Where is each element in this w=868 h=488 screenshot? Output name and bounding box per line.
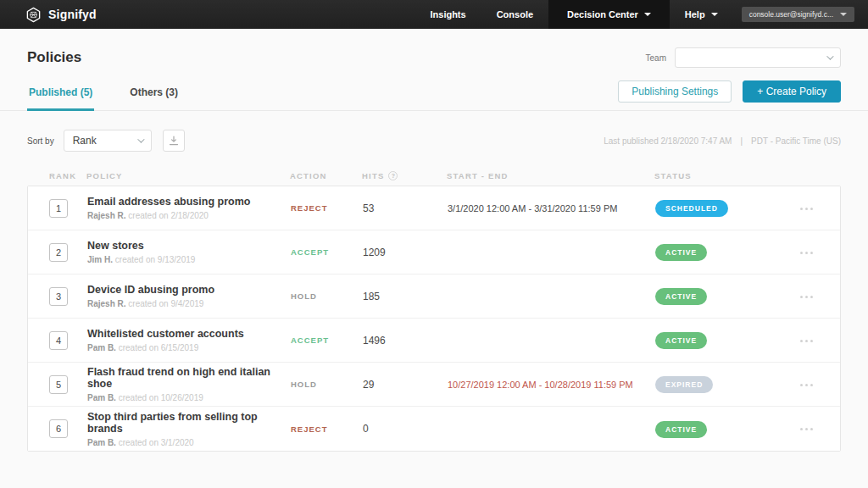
col-hits-label: HITS — [362, 171, 384, 180]
policy-cell: Email addresses abusing promo Rajesh R. … — [87, 196, 291, 220]
chevron-down-icon — [137, 136, 144, 142]
publish-info: Last published 2/18/2020 7:47 AM|PDT - P… — [604, 136, 841, 146]
last-published-text: Last published 2/18/2020 7:47 AM — [604, 136, 732, 146]
col-start-end: START - END — [447, 171, 654, 180]
policy-row[interactable]: 4 Whitelisted customer accounts Pam B. c… — [28, 319, 840, 363]
nav-help-label: Help — [685, 9, 705, 19]
policy-author: Rajesh R. — [87, 211, 126, 220]
policy-name: Whitelisted customer accounts — [87, 328, 291, 340]
nav-insights[interactable]: Insights — [415, 0, 481, 29]
policy-row[interactable]: 6 Stop third parties from selling top br… — [28, 407, 840, 451]
start-end-dates: 10/27/2019 12:00 AM - 10/28/2019 11:59 P… — [448, 380, 655, 390]
policy-row[interactable]: 5 Flash fraud trend on high end italian … — [28, 363, 840, 407]
nav-help[interactable]: Help — [670, 0, 733, 29]
sort-select[interactable]: Rank — [64, 130, 152, 152]
ellipsis-icon — [800, 252, 803, 254]
status-cell: ACTIVE — [655, 420, 782, 438]
download-button[interactable] — [163, 130, 185, 152]
chevron-down-icon — [644, 13, 651, 16]
nav-decision-center-label: Decision Center — [567, 9, 638, 19]
rank-box: 6 — [49, 419, 68, 438]
row-menu-button[interactable] — [782, 333, 840, 348]
action-label: ACCEPT — [291, 247, 363, 257]
policy-row[interactable]: 3 Device ID abusing promo Rajesh R. crea… — [28, 274, 840, 319]
brand[interactable]: Signifyd — [0, 0, 97, 29]
row-menu-button[interactable] — [782, 289, 840, 304]
status-badge: ACTIVE — [655, 288, 707, 305]
team-label: Team — [646, 53, 666, 63]
team-select[interactable] — [675, 47, 841, 68]
hits-value: 53 — [363, 202, 448, 214]
policy-row[interactable]: 1 Email addresses abusing promo Rajesh R… — [28, 186, 840, 230]
policy-author: Jim H. — [87, 255, 113, 264]
publishing-settings-button[interactable]: Publishing Settings — [618, 80, 732, 103]
rank-box: 2 — [49, 243, 68, 262]
status-badge: SCHEDULED — [655, 200, 728, 217]
rank-cell: 6 — [28, 419, 87, 438]
policy-created-date: created on 9/13/2019 — [115, 255, 196, 264]
policy-name: Device ID abusing promo — [87, 284, 291, 296]
col-hits: HITS ? — [362, 171, 447, 180]
table-header: RANK POLICY ACTION HITS ? START - END ST… — [27, 167, 841, 184]
status-badge: ACTIVE — [655, 244, 707, 261]
policy-row[interactable]: 2 New stores Jim H. created on 9/13/2019… — [28, 230, 840, 274]
rank-cell: 2 — [28, 243, 87, 262]
status-badge: ACTIVE — [655, 421, 707, 438]
page-title: Policies — [27, 49, 81, 66]
policy-cell: New stores Jim H. created on 9/13/2019 — [87, 240, 291, 264]
help-icon[interactable]: ? — [388, 171, 398, 180]
policy-meta: Jim H. created on 9/13/2019 — [87, 255, 291, 264]
action-label: REJECT — [291, 424, 363, 434]
ellipsis-icon — [800, 428, 803, 430]
policy-created-date: created on 10/26/2019 — [119, 393, 203, 402]
status-cell: ACTIVE — [655, 287, 782, 305]
col-action: ACTION — [290, 171, 362, 180]
hits-value: 0 — [363, 423, 448, 435]
chevron-down-icon — [711, 13, 718, 16]
nav-decision-center[interactable]: Decision Center — [548, 0, 670, 29]
policy-meta: Pam B. created on 6/15/2019 — [87, 343, 291, 352]
policy-author: Pam B. — [87, 438, 116, 447]
tab-others[interactable]: Others (3) — [128, 80, 180, 110]
policy-meta: Rajesh R. created on 9/4/2019 — [87, 299, 291, 308]
policy-created-date: created on 9/4/2019 — [128, 299, 203, 308]
rank-cell: 1 — [28, 199, 87, 218]
nav-console[interactable]: Console — [481, 0, 548, 29]
brand-name: Signifyd — [48, 8, 97, 21]
ellipsis-icon — [800, 296, 803, 298]
ellipsis-icon — [800, 208, 803, 210]
policy-meta: Rajesh R. created on 2/18/2020 — [87, 211, 291, 220]
rank-box: 5 — [49, 375, 68, 394]
row-menu-button[interactable] — [782, 245, 840, 260]
rank-box: 4 — [49, 331, 68, 350]
policy-name: Flash fraud trend on high end italian sh… — [87, 366, 291, 390]
policy-cell: Stop third parties from selling top bran… — [87, 411, 291, 447]
hits-value: 1209 — [363, 247, 448, 258]
policy-cell: Device ID abusing promo Rajesh R. create… — [87, 284, 291, 308]
policy-name: New stores — [87, 240, 291, 252]
status-cell: SCHEDULED — [655, 199, 782, 217]
row-menu-button[interactable] — [782, 421, 840, 436]
policy-author: Pam B. — [87, 393, 116, 402]
tab-published[interactable]: Published (5) — [27, 80, 94, 110]
create-policy-button[interactable]: + Create Policy — [743, 80, 841, 103]
row-menu-button[interactable] — [782, 201, 840, 216]
policy-created-date: created on 3/1/2020 — [119, 438, 194, 447]
action-label: ACCEPT — [291, 336, 363, 345]
user-menu[interactable]: console.user@signifyd.c... — [742, 7, 854, 22]
hits-value: 1496 — [363, 335, 448, 347]
row-menu-button[interactable] — [782, 377, 840, 392]
ellipsis-icon — [800, 340, 803, 342]
action-label: HOLD — [291, 291, 363, 301]
timezone-text: PDT - Pacific Time (US) — [751, 136, 841, 146]
policy-created-date: created on 2/18/2020 — [128, 211, 209, 220]
top-navbar: Signifyd Insights Console Decision Cente… — [0, 0, 868, 29]
col-status: STATUS — [654, 171, 782, 180]
policy-author: Pam B. — [87, 343, 116, 352]
policy-meta: Pam B. created on 10/26/2019 — [87, 393, 291, 402]
policy-cell: Whitelisted customer accounts Pam B. cre… — [87, 328, 291, 352]
hits-value: 185 — [363, 291, 448, 302]
rank-cell: 5 — [28, 375, 87, 394]
rank-box: 3 — [49, 287, 68, 306]
policy-name: Stop third parties from selling top bran… — [87, 411, 291, 435]
